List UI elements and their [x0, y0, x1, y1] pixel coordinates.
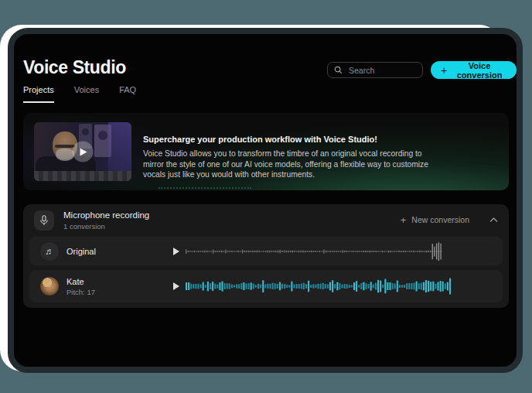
- microphone-icon: [39, 215, 49, 226]
- project-card-header[interactable]: Microphone recording 1 conversion + New …: [23, 204, 509, 235]
- play-track-button[interactable]: [170, 245, 182, 258]
- music-note-icon: ♬: [40, 242, 59, 261]
- tab-bar: Projects Voices FAQ: [23, 85, 136, 103]
- chevron-up-icon: [489, 217, 498, 223]
- mixing-desk-decor: [34, 171, 131, 181]
- project-title: Microphone recording: [63, 210, 149, 220]
- search-input[interactable]: [347, 65, 416, 76]
- microphone-icon-badge: [34, 210, 54, 231]
- voice-avatar: [40, 277, 59, 296]
- plus-icon: +: [441, 65, 447, 76]
- tab-voices[interactable]: Voices: [74, 85, 99, 103]
- track-row-original: ♬ Original: [29, 237, 503, 265]
- tab-projects[interactable]: Projects: [23, 85, 54, 103]
- track-pitch-label: Pitch: 17: [66, 288, 95, 296]
- app-window: Voice Studio + Voice conversion Projects…: [8, 28, 523, 373]
- dotted-line-decor: [159, 187, 251, 189]
- screenshot-canvas: Voice Studio + Voice conversion Projects…: [0, 0, 532, 393]
- collapse-button[interactable]: [489, 217, 498, 223]
- track-name: Kate: [66, 277, 84, 286]
- voice-conversion-button-label: Voice conversion: [452, 61, 506, 80]
- project-conversion-count: 1 conversion: [63, 222, 105, 231]
- banner-title: Supercharge your production workflow wit…: [143, 135, 377, 144]
- video-play-button[interactable]: [73, 142, 94, 162]
- banner-description: Voice Studio allows you to transform the…: [143, 149, 431, 180]
- plus-icon: +: [401, 215, 407, 225]
- voice-conversion-button[interactable]: + Voice conversion: [431, 61, 517, 79]
- waveform-converted[interactable]: [186, 275, 495, 298]
- tab-faq[interactable]: FAQ: [119, 85, 136, 103]
- play-icon: [173, 282, 179, 290]
- new-conversion-label: New conversion: [411, 215, 469, 224]
- new-conversion-button[interactable]: + New conversion: [396, 214, 474, 226]
- waveform-original[interactable]: [186, 240, 495, 263]
- track-name: Original: [66, 247, 96, 256]
- page-title: Voice Studio: [23, 57, 126, 78]
- play-track-button[interactable]: [170, 280, 182, 292]
- search-icon: [334, 66, 343, 74]
- project-card-microphone-recording: Microphone recording 1 conversion + New …: [23, 204, 509, 308]
- video-thumbnail[interactable]: [34, 122, 131, 181]
- track-row-kate: Kate Pitch: 17: [29, 270, 503, 302]
- play-icon: [80, 148, 87, 155]
- search-box[interactable]: [327, 62, 423, 78]
- play-icon: [173, 248, 179, 255]
- promo-banner: Supercharge your production workflow wit…: [23, 113, 509, 190]
